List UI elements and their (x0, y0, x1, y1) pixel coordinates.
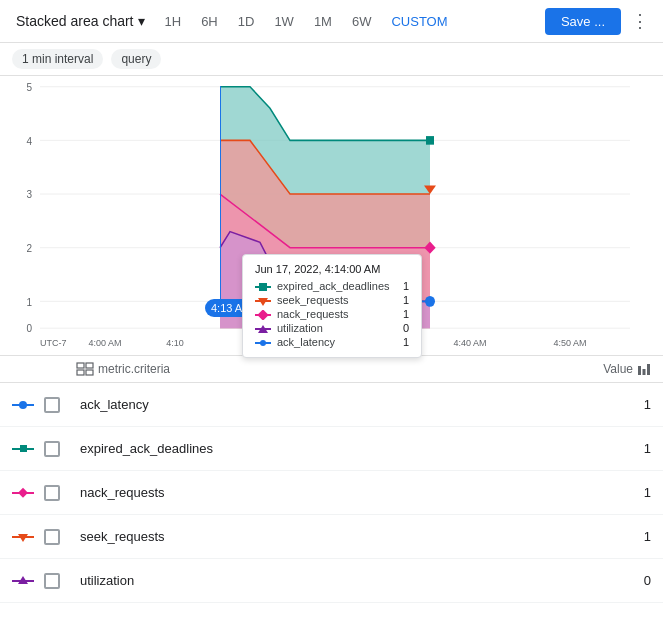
row-value-nack: 1 (571, 485, 651, 500)
row-label-util: utilization (76, 573, 571, 588)
row-icon-util (12, 575, 34, 587)
chart-title-button[interactable]: Stacked area chart ▾ (8, 9, 153, 33)
row-checkbox-seek[interactable] (44, 529, 60, 545)
tooltip-icon-seek (255, 295, 271, 305)
metric-criteria-icon (76, 362, 94, 376)
svg-text:2: 2 (26, 243, 32, 254)
tooltip-label-util: utilization (277, 322, 323, 334)
row-checkbox-util[interactable] (44, 573, 60, 589)
more-options-button[interactable]: ⋮ (625, 6, 655, 36)
time-6w-button[interactable]: 6W (344, 10, 380, 33)
svg-text:3: 3 (26, 189, 32, 200)
row-checkbox-expired[interactable] (44, 441, 60, 457)
time-1h-button[interactable]: 1H (157, 10, 190, 33)
tooltip-row-seek: seek_requests 1 (255, 293, 409, 307)
query-tag[interactable]: query (111, 49, 161, 69)
value-label: Value (603, 362, 633, 376)
row-label-nack: nack_requests (76, 485, 571, 500)
interval-tag[interactable]: 1 min interval (12, 49, 103, 69)
row-label-ack-latency: ack_latency (76, 397, 571, 412)
tooltip-label-nack: nack_requests (277, 308, 349, 320)
table-row[interactable]: utilization 0 (0, 559, 663, 603)
svg-text:4:10: 4:10 (166, 338, 184, 348)
row-icon-seek (12, 531, 34, 543)
tooltip-value-expired: 1 (403, 280, 409, 292)
tooltip-date: Jun 17, 2022, 4:14:00 AM (255, 263, 409, 275)
row-label-expired: expired_ack_deadlines (76, 441, 571, 456)
svg-text:UTC-7: UTC-7 (40, 338, 66, 348)
tooltip-value-ack: 1 (403, 336, 409, 348)
tooltip-icon-ack (255, 337, 271, 347)
tooltip-label-seek: seek_requests (277, 294, 349, 306)
metrics-table: metric.criteria Value ack_latency 1 (0, 356, 663, 627)
tooltip-row-ack: ack_latency 1 (255, 335, 409, 349)
tooltip-value-nack: 1 (403, 308, 409, 320)
row-icon-nack (12, 487, 34, 499)
table-header-metric: metric.criteria (76, 362, 571, 376)
svg-rect-39 (77, 370, 84, 375)
svg-text:4:40 AM: 4:40 AM (453, 338, 486, 348)
time-1m-button[interactable]: 1M (306, 10, 340, 33)
row-icon-ack-latency (12, 399, 34, 411)
row-checkbox-nack[interactable] (44, 485, 60, 501)
time-6h-button[interactable]: 6H (193, 10, 226, 33)
svg-rect-37 (77, 363, 84, 368)
seek-legend-icon (12, 531, 34, 543)
sub-header: 1 min interval query (0, 43, 663, 76)
tooltip-icon-expired (255, 281, 271, 291)
svg-text:5: 5 (26, 82, 32, 93)
tooltip-icon-nack (255, 309, 271, 319)
svg-point-36 (260, 340, 266, 346)
row-label-seek: seek_requests (76, 529, 571, 544)
time-1w-button[interactable]: 1W (266, 10, 302, 33)
time-custom-button[interactable]: CUSTOM (383, 10, 455, 33)
table-row[interactable]: nack_requests 1 (0, 471, 663, 515)
tooltip-value-seek: 1 (403, 294, 409, 306)
svg-text:4: 4 (26, 135, 32, 146)
svg-point-45 (19, 401, 27, 409)
svg-rect-38 (86, 363, 93, 368)
row-checkbox-ack-latency[interactable] (44, 397, 60, 413)
header: Stacked area chart ▾ 1H 6H 1D 1W 1M 6W C… (0, 0, 663, 43)
table-row[interactable]: expired_ack_deadlines 1 (0, 427, 663, 471)
svg-point-25 (425, 296, 435, 307)
save-button[interactable]: Save ... (545, 8, 621, 35)
tooltip-label-ack: ack_latency (277, 336, 335, 348)
tooltip-label-expired: expired_ack_deadlines (277, 280, 390, 292)
row-value-util: 0 (571, 573, 651, 588)
ack-latency-legend-icon (12, 399, 34, 411)
svg-text:4:50 AM: 4:50 AM (553, 338, 586, 348)
cursor-line (220, 86, 221, 305)
svg-rect-49 (18, 487, 28, 497)
utilization-legend-icon (12, 575, 34, 587)
tooltip-value-util: 0 (403, 322, 409, 334)
time-1d-button[interactable]: 1D (230, 10, 263, 33)
svg-rect-42 (643, 369, 646, 375)
row-value-ack-latency: 1 (571, 397, 651, 412)
svg-rect-32 (257, 310, 268, 320)
svg-rect-28 (259, 283, 267, 291)
dropdown-icon: ▾ (138, 13, 145, 29)
table-row[interactable]: ack_latency 1 (0, 383, 663, 427)
chart-title-label: Stacked area chart (16, 13, 134, 29)
svg-rect-43 (647, 364, 650, 375)
svg-text:0: 0 (26, 323, 32, 334)
nack-legend-icon (12, 487, 34, 499)
svg-text:4:00 AM: 4:00 AM (88, 338, 121, 348)
svg-rect-41 (638, 366, 641, 375)
row-icon-expired (12, 443, 34, 455)
tooltip-row-nack: nack_requests 1 (255, 307, 409, 321)
table-header: metric.criteria Value (0, 356, 663, 383)
bar-chart-icon (637, 362, 651, 376)
tooltip-icon-util (255, 323, 271, 333)
svg-rect-40 (86, 370, 93, 375)
table-row[interactable]: seek_requests 1 (0, 515, 663, 559)
chart-area[interactable]: 5 4 3 2 1 0 UTC-7 4:00 AM 4:10 4:20 AM 4… (0, 76, 663, 356)
row-value-seek: 1 (571, 529, 651, 544)
chart-tooltip: Jun 17, 2022, 4:14:00 AM expired_ack_dea… (242, 254, 422, 358)
svg-text:1: 1 (26, 296, 32, 307)
metric-criteria-label: metric.criteria (98, 362, 170, 376)
svg-rect-47 (20, 445, 27, 452)
tooltip-row-util: utilization 0 (255, 321, 409, 335)
row-value-expired: 1 (571, 441, 651, 456)
